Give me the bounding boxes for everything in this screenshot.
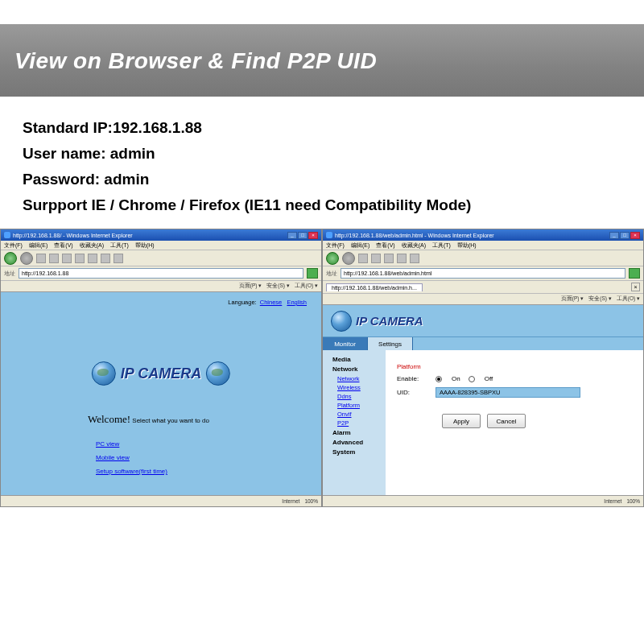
forward-button[interactable]	[342, 252, 355, 265]
link-mobile-view[interactable]: Mobile view	[96, 454, 167, 461]
tab-strip: http://192.168.1.88/web/admin.h... ×	[323, 281, 643, 294]
links-bar: 页面(P) ▾ 安全(S) ▾ 工具(O) ▾	[323, 294, 643, 305]
window-title: http://192.168.1.88/ - Windows Internet …	[13, 233, 133, 238]
favorites-icon[interactable]	[410, 254, 419, 263]
stop-icon[interactable]	[358, 254, 368, 263]
refresh-icon[interactable]	[371, 254, 381, 263]
menu-file[interactable]: 文件(F)	[4, 242, 23, 250]
back-button[interactable]	[4, 252, 17, 265]
page-content: Language: Chinese English IP CAMERA Welc…	[1, 292, 321, 495]
sidebar-item-wireless[interactable]: Wireless	[337, 384, 386, 391]
sidebar-advanced[interactable]: Advanced	[332, 439, 386, 446]
link-pc-view[interactable]: PC view	[96, 440, 167, 448]
menu-fav[interactable]: 收藏夹(A)	[80, 242, 104, 250]
menu-tools[interactable]: 工具(T)	[110, 242, 129, 250]
radio-off[interactable]	[469, 376, 475, 382]
safety-menu[interactable]: 安全(S) ▾	[266, 283, 289, 290]
sidebar-item-onvif[interactable]: Onvif	[337, 411, 386, 418]
lang-chinese[interactable]: Chinese	[260, 299, 283, 306]
go-button[interactable]	[629, 268, 640, 279]
page-menu[interactable]: 页面(P) ▾	[239, 283, 262, 290]
menu-edit[interactable]: 编辑(E)	[29, 242, 47, 250]
favorites-icon[interactable]	[88, 254, 97, 263]
credentials-block: Standard IP:192.168.1.88 User name: admi…	[0, 97, 644, 214]
language-switch: Language: Chinese English	[228, 299, 308, 306]
address-label: 地址	[4, 270, 15, 278]
address-bar: 地址 http://192.168.1.88/web/admin.html	[323, 266, 643, 281]
sidebar-system[interactable]: System	[332, 448, 386, 456]
minimize-button[interactable]: _	[609, 232, 619, 239]
uid-field[interactable]: AAAA-828395-SBPXU	[436, 387, 580, 398]
brand-text: IP CAMERA	[356, 314, 423, 328]
menu-help[interactable]: 帮助(H)	[457, 242, 477, 250]
sidebar: Media Network Network Wireless Ddns Plat…	[323, 350, 386, 495]
settings-body: Media Network Network Wireless Ddns Plat…	[323, 350, 643, 495]
forward-button[interactable]	[20, 252, 33, 265]
maximize-button[interactable]: □	[298, 232, 308, 239]
menu-edit[interactable]: 编辑(E)	[351, 242, 369, 250]
search-icon[interactable]	[397, 254, 407, 263]
on-label: On	[452, 375, 460, 382]
close-button[interactable]: ×	[630, 232, 640, 239]
stop-icon[interactable]	[36, 254, 46, 263]
lang-english[interactable]: English	[287, 299, 307, 306]
minimize-button[interactable]: _	[287, 232, 297, 239]
menu-tools[interactable]: 工具(T)	[432, 242, 451, 250]
brand-logo: IP CAMERA	[92, 361, 230, 386]
page-menu[interactable]: 页面(P) ▾	[561, 295, 584, 303]
sidebar-item-network[interactable]: Network	[337, 375, 386, 382]
globe-icon	[206, 361, 230, 386]
sidebar-item-p2p[interactable]: P2P	[337, 419, 386, 427]
sidebar-network[interactable]: Network	[332, 365, 386, 373]
tab-monitor[interactable]: Monitor	[323, 337, 368, 350]
address-input[interactable]: http://192.168.1.88	[19, 268, 303, 279]
status-internet: Internet	[282, 498, 299, 504]
back-button[interactable]	[326, 252, 339, 265]
welcome-links: PC view Mobile view Setup software(first…	[96, 434, 167, 481]
welcome-text: Welcome!	[88, 413, 130, 425]
radio-on[interactable]	[436, 376, 442, 382]
sidebar-alarm[interactable]: Alarm	[332, 429, 386, 436]
cancel-button[interactable]: Cancel	[487, 414, 526, 428]
banner-title: View on Browser & Find P2P UID	[0, 24, 644, 97]
menu-file[interactable]: 文件(F)	[326, 242, 345, 250]
address-input[interactable]: http://192.168.1.88/web/admin.html	[341, 268, 625, 279]
menu-view[interactable]: 查看(V)	[376, 242, 394, 250]
tab-settings[interactable]: Settings	[368, 337, 413, 350]
options-icon[interactable]	[114, 254, 123, 263]
status-bar: Internet 100%	[1, 495, 321, 506]
welcome-block: Welcome! Select what you want to do	[88, 413, 209, 426]
close-button[interactable]: ×	[308, 232, 318, 239]
go-button[interactable]	[307, 268, 318, 279]
address-bar: 地址 http://192.168.1.88	[1, 266, 321, 281]
status-zoom: 100%	[626, 498, 640, 504]
app-header: IP CAMERA	[323, 305, 643, 337]
home-icon[interactable]	[384, 254, 394, 263]
safety-menu[interactable]: 安全(S) ▾	[588, 295, 611, 303]
status-internet: Internet	[604, 498, 621, 504]
browser-tab[interactable]: http://192.168.1.88/web/admin.h...	[326, 283, 423, 291]
tools-menu[interactable]: 工具(O) ▾	[295, 283, 318, 290]
sidebar-item-ddns[interactable]: Ddns	[337, 393, 386, 400]
tab-close-icon[interactable]: ×	[631, 283, 640, 291]
sidebar-media[interactable]: Media	[332, 356, 386, 363]
search-icon[interactable]	[75, 254, 85, 263]
menu-help[interactable]: 帮助(H)	[135, 242, 155, 250]
menu-fav[interactable]: 收藏夹(A)	[402, 242, 426, 250]
screenshot-left: http://192.168.1.88/ - Windows Internet …	[0, 229, 322, 507]
settings-panel: Platform Enable: On Off UID: AAAA-828395…	[386, 350, 643, 495]
welcome-sub: Select what you want to do	[132, 417, 209, 424]
maximize-button[interactable]: □	[620, 232, 630, 239]
refresh-icon[interactable]	[49, 254, 59, 263]
apply-button[interactable]: Apply	[442, 414, 481, 428]
window-title: http://192.168.1.88/web/admin.html - Win…	[335, 233, 494, 238]
ie-icon	[326, 232, 332, 238]
tools-menu[interactable]: 工具(O) ▾	[617, 295, 640, 303]
sidebar-item-platform[interactable]: Platform	[337, 402, 386, 409]
menu-view[interactable]: 查看(V)	[54, 242, 72, 250]
enable-label: Enable:	[397, 375, 427, 382]
home-icon[interactable]	[62, 254, 72, 263]
link-setup-software[interactable]: Setup software(first time)	[96, 468, 167, 475]
print-icon[interactable]	[101, 254, 110, 263]
menubar: 文件(F) 编辑(E) 查看(V) 收藏夹(A) 工具(T) 帮助(H)	[323, 241, 643, 250]
